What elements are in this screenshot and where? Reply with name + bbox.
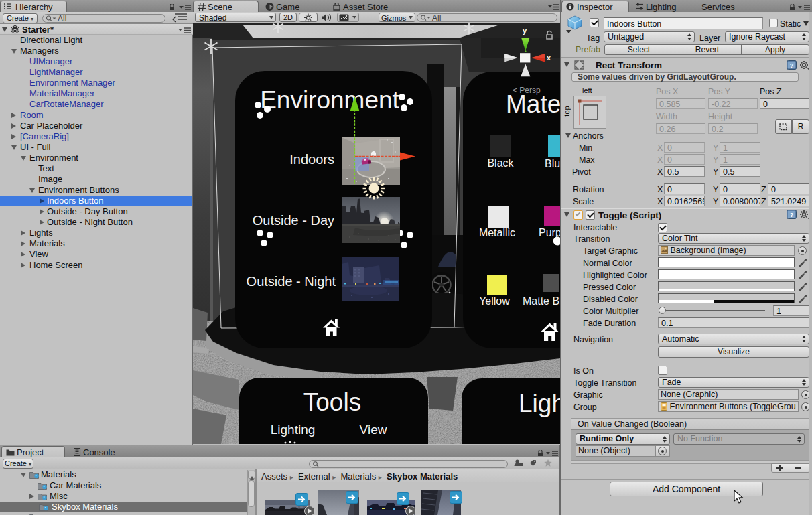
svg-text:< Persp: < Persp	[513, 86, 541, 95]
svg-text:Purple: Purple	[539, 227, 560, 238]
svg-text:Indoors: Indoors	[289, 152, 334, 167]
svg-text:Black: Black	[487, 157, 514, 169]
svg-text:y: y	[523, 27, 527, 35]
svg-text:Lighting: Lighting	[519, 390, 560, 417]
svg-text:Environment: Environment	[260, 86, 399, 114]
svg-text:?: ?	[790, 62, 794, 69]
svg-text:?: ?	[790, 212, 794, 218]
svg-text:Lighting: Lighting	[271, 423, 316, 437]
svg-text:Outside - Night: Outside - Night	[247, 274, 336, 289]
svg-text:Outside - Day: Outside - Day	[253, 213, 334, 228]
svg-text:Matte Black: Matte Black	[523, 295, 560, 307]
svg-text:x: x	[547, 54, 551, 62]
svg-text:Blue: Blue	[545, 158, 560, 169]
svg-text:Yellow: Yellow	[479, 295, 510, 307]
svg-text:View: View	[360, 423, 387, 437]
svg-text:Metallic: Metallic	[479, 227, 515, 238]
svg-text:Tools: Tools	[303, 388, 361, 416]
